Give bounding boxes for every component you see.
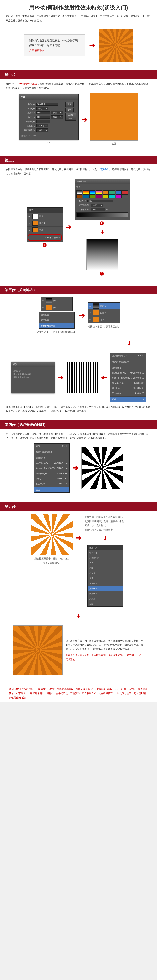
layers-panel-small: 图层 2 图层 1 (41, 297, 73, 311)
height-input[interactable] (36, 116, 50, 119)
arrow-right-icon: ➔ (82, 113, 87, 126)
hero-box: 制作类似右图的放射性背景，你准备好了吗？ 好的！让我们一起来学习吧！ 方法请看下… (24, 35, 85, 56)
arrow-down-icon: ⬇ (6, 609, 151, 622)
left-caption: 左图 (46, 141, 51, 145)
eye-icon[interactable] (29, 229, 31, 231)
arrow-right-icon: ➔ (58, 371, 64, 384)
badge-3: 3 (100, 272, 104, 275)
badge-1: 1 (43, 243, 46, 247)
final-text1: 上一步完成之后，为了凸显背景的效果，我喜欢在圈色图层上面，新建一个图层，我选友白… (66, 639, 144, 652)
hero-line2: 好的！让我们一起来学习吧！ (29, 43, 80, 48)
cancel-button[interactable]: 取消 (65, 108, 74, 112)
gradient-bar[interactable] (76, 212, 128, 217)
gradient-preview (87, 239, 118, 270)
right-caption: 右图 (112, 142, 116, 146)
gradient-editor: 渐变编辑器 预设 名称(N): 渐变类型(T):实底 平滑度(M):% (75, 179, 130, 220)
dialog-title: 新建 (19, 94, 78, 100)
eye-icon[interactable] (89, 318, 92, 321)
final-result (13, 625, 62, 675)
final-text2: 如果还不会，查看资料，查看联系方式，或者给我留言。一时之间——你一定搞定的 (66, 653, 144, 662)
arrow-right-icon: ➔ (76, 531, 82, 544)
badge-2: 2 (100, 221, 104, 225)
layers-tab[interactable]: 图层 (27, 208, 62, 213)
arrow-right-icon: ➔ (73, 461, 78, 474)
radial-bw-result (82, 447, 123, 489)
step4-header: 第四步（见证奇迹的时刻） (0, 420, 157, 429)
hero-row: 制作类似右图的放射性背景，你准备好了吗？ 好的！让我们一起来学习吧！ 方法请看下… (0, 27, 157, 67)
arrow-right-icon: ➔ (79, 309, 85, 322)
layers-panel-after: 图层 2 图层 1 背景 (88, 302, 120, 323)
ok-button[interactable]: 确定 (65, 102, 74, 107)
arrow-right-icon: ➔ (66, 221, 72, 234)
eye-icon[interactable] (89, 305, 92, 307)
preset-select[interactable]: 自定 (36, 107, 48, 110)
eye-icon[interactable] (29, 215, 31, 218)
context-menu: 复制图层... 删除图层 栅格化图层样式 (39, 312, 75, 329)
hero-line1: 制作类似右图的放射性背景，你准备好了吗？ (29, 38, 80, 43)
eye-icon[interactable] (42, 299, 45, 302)
footer-note: 学习PS是个享受的过程，无论你专业还是非，只要去余都喜欢，你能可以直起PS，相信… (6, 685, 151, 702)
step1-header: 第一步 (0, 70, 157, 79)
layer-row[interactable]: 背景 (27, 227, 62, 234)
hero-sunburst (99, 29, 133, 62)
new-doc-dialog: 新建 名称(N): 预设(P):自定 宽度(W):像素 高度(H):像素 分辨率… (19, 94, 78, 140)
res-input[interactable] (36, 120, 50, 123)
step1-text: 打开PS， ctrl+n新建一个图层 ，宽度和高度自己自定义（最好尺寸设置一样）… (6, 82, 151, 90)
page-title: 用PS如何制作放射性效果特效(初级入门) (0, 0, 157, 14)
orange-swatch (90, 93, 138, 140)
step2-text: 在图层面板中如红线圈出的地方新建图层2，完成之后，双击图层，弹出图层样式，勾选 … (6, 167, 151, 176)
step4-text: 第三步完成之后，选择【滤镜】>>【扭曲】>>【极坐标】，点击确定，就会出现我们想… (6, 432, 151, 441)
layers-panel: 图层 图层 2 图层 1 背景 fx ◐ ▣ ◇ ▦ ⊞ 🗑 (27, 207, 63, 242)
filter-menu-2: 波浪Ctrl+F 转换为智能滤镜(S) 滤镜库(G)... 自适应广角(A)..… (34, 443, 70, 493)
distort-polar-item[interactable]: 扭曲▸ (34, 487, 69, 492)
arrow-right-icon: ➔ (89, 41, 95, 49)
wave-dialog: 波浪 生成器数(G): 5 波长: 最小 10 最大 120 波幅: 最小 5 … (11, 362, 55, 393)
step3-compare-text: 对比上下图层2，就看出区别了 (88, 325, 120, 329)
distort-item[interactable]: 扭曲▸ (110, 397, 146, 402)
arrow-left-icon: ➔ (101, 371, 107, 384)
radial-orange-white (31, 514, 73, 555)
grad-title: 渐变编辑器 (75, 179, 130, 184)
name-input[interactable] (36, 103, 58, 106)
eye-icon[interactable] (42, 306, 45, 309)
width-input[interactable] (36, 111, 50, 114)
eye-icon[interactable] (29, 222, 31, 224)
intro-text: 在我们工作中，常常会遇到一些很常候的放射性效果，看似非常高大上，其实仔细研究下，… (0, 14, 157, 27)
hero-line3: 方法请看下面！ (29, 48, 80, 53)
arrow-down-icon: ⬇ (6, 337, 151, 350)
step5-header: 第五步 (0, 502, 157, 511)
eye-icon[interactable] (89, 312, 92, 314)
step3-select-text: 选中图层2，右键【栅格化图层样式】 (37, 330, 76, 334)
step2-header: 第二步 (0, 156, 157, 164)
preset-swatches[interactable] (76, 190, 128, 198)
gradient-overlay-item[interactable]: 渐变叠加 (88, 586, 123, 591)
arrow-down-icon: ⬇ (100, 226, 104, 239)
save-preset-button[interactable]: 存储预设(S)... (65, 113, 76, 121)
arrow-down-icon: ⬇ (103, 532, 107, 545)
layer-row[interactable]: 图层 2 (27, 213, 62, 220)
filter-menu: 上次滤镜操作(F)Ctrl+F 转换为智能滤镜(S) 滤镜库(G)... 自适应… (110, 353, 146, 402)
stripes-preview (67, 362, 98, 393)
step3-header: 第三步（关键地方） (0, 286, 157, 294)
rasterize-item[interactable]: 栅格化图层样式 (39, 323, 74, 328)
layer-row[interactable]: 图层 1 (27, 220, 62, 227)
layer-style-list: 图层样式 混合选项 斜面和浮雕 描边 内阴影 内发光 光泽 颜色叠加 渐变叠加 … (87, 545, 123, 607)
step3-para: 选择【滤镜】>>【扭曲】>>【波浪】，弹出【波浪】设置面板，你可以参考上面的数值… (6, 405, 151, 414)
